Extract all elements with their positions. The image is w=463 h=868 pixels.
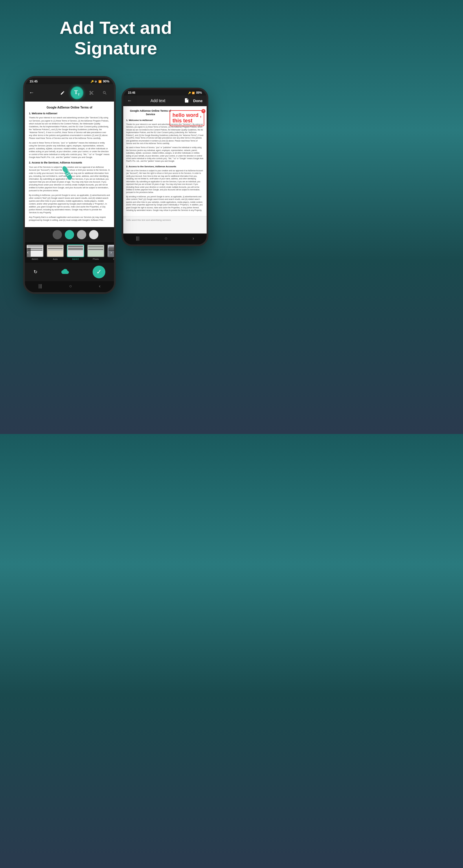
text-overlay-close[interactable]: ✕ <box>202 109 206 113</box>
search-tool-button[interactable] <box>99 88 110 98</box>
right-nav-home-icon[interactable]: ○ <box>165 236 167 241</box>
left-section1-title: 1. Welcome to AdSense! <box>29 112 110 116</box>
left-document: Google AdSense Online Terms of 1. Welcom… <box>25 101 114 227</box>
phone-left: 15:45 🔑 ⊘ 📶 90% ← TT <box>23 76 116 294</box>
filter-photo-thumb <box>87 245 104 257</box>
right-app-toolbar: ← Add text Done <box>123 95 207 106</box>
filter-prev-button[interactable]: ‹ <box>25 248 31 257</box>
right-section2-para2: By enrolling in AdSense, you permit Goog… <box>126 195 204 212</box>
right-toolbar-title: Add text <box>151 98 165 103</box>
left-time: 15:45 <box>30 80 38 83</box>
right-status-icons: 🔑 📶 89% <box>188 91 202 94</box>
left-doc-title: Google AdSense Online Terms of <box>29 105 110 110</box>
bottom-spacer <box>0 300 232 323</box>
left-back-button[interactable]: ← <box>29 90 34 96</box>
pen-tool-button[interactable] <box>57 88 68 98</box>
left-section2-para3: Any Property that is a software applicat… <box>29 216 110 222</box>
right-section2-title: 2. Access to the Services; AdSense Accou… <box>126 165 204 168</box>
left-section1-para2: As used in these Terms of Service, "you"… <box>29 142 110 159</box>
filter-auto[interactable]: Auto <box>45 243 65 261</box>
right-text-hint: hello word this test and advertising ser… <box>126 219 204 221</box>
filter-photo[interactable]: Photo <box>86 243 106 261</box>
left-status-icons: 🔑 ⊘ 📶 90% <box>91 80 110 83</box>
left-toolbar-center: TT <box>57 87 110 99</box>
right-add-button[interactable] <box>184 98 189 104</box>
filter-bw2-thumb <box>67 245 84 257</box>
right-nav-menu-icon[interactable]: ||| <box>136 236 139 241</box>
overlay-line1: hello word , <box>173 113 202 118</box>
left-bottom-bar: ↻ ✓ <box>25 263 114 281</box>
left-filter-row: B&W1 Auto <box>25 242 114 263</box>
filter-bw1-label: B&W1 <box>32 258 38 260</box>
right-done-button[interactable]: Done <box>193 99 203 103</box>
left-section2-para2: By enrolling in AdSense, you permit Goog… <box>29 194 110 214</box>
cloud-button[interactable] <box>61 268 69 275</box>
refresh-button[interactable]: ↻ <box>34 269 37 275</box>
page-wrapper: Add Text and Signature 15:45 🔑 ⊘ 📶 90% ← <box>0 0 232 434</box>
confirm-button[interactable]: ✓ <box>93 266 105 278</box>
filter-photo-label: Photo <box>93 258 99 260</box>
right-section1-para2: As used in these Terms of Service, "you"… <box>126 146 204 163</box>
text-tool-button[interactable]: TT <box>71 87 83 99</box>
right-nav-forward-icon[interactable]: › <box>192 236 194 241</box>
right-time: 15:46 <box>128 91 135 94</box>
filter-auto-label: Auto <box>53 258 58 260</box>
right-document: ✕ hello word , this test Google AdSense … <box>123 106 207 216</box>
color-swatch-teal[interactable] <box>65 230 74 239</box>
phone-right: 15:46 🔑 📶 89% ← Add text Done <box>122 88 208 246</box>
right-battery: 89% <box>196 91 202 94</box>
right-status-bar: 15:46 🔑 📶 89% <box>123 89 207 95</box>
color-swatch-lightgray[interactable] <box>77 230 86 239</box>
scissor-tool-button[interactable] <box>86 88 97 98</box>
nav-menu-icon[interactable]: ||| <box>38 283 42 289</box>
right-section1-para: Thanks for your interest in our search a… <box>126 123 204 145</box>
filter-next-button[interactable]: › <box>108 248 114 257</box>
right-back-button[interactable]: ← <box>127 98 132 103</box>
filter-color-label: Color <box>113 258 114 260</box>
phones-container: 15:45 🔑 ⊘ 📶 90% ← TT <box>0 70 232 300</box>
right-nav-bar: ||| ○ › <box>123 234 207 245</box>
color-swatch-white[interactable] <box>89 230 98 239</box>
left-section2-title: 2. Access to the Services; AdSense Accou… <box>29 161 110 165</box>
left-section2-para1: Your use of the Services is subject to y… <box>29 166 110 192</box>
left-nav-bar: ||| ○ ‹ <box>25 281 114 292</box>
color-swatch-black[interactable] <box>40 230 50 239</box>
right-text-entry-area: hello word this test and advertising ser… <box>123 216 207 234</box>
nav-back-icon[interactable]: ‹ <box>99 283 100 289</box>
left-status-bar: 15:45 🔑 ⊘ 📶 90% <box>25 78 114 84</box>
left-toolbar-left: ← <box>29 90 34 96</box>
left-filter-wrapper: ‹ B&W1 <box>25 242 114 263</box>
left-app-toolbar: ← TT <box>25 84 114 101</box>
right-doc-title: Google AdSense Online Terms of Service <box>126 109 175 116</box>
filter-bw2-label: B&W2 <box>72 258 79 260</box>
text-overlay-box[interactable]: ✕ hello word , this test <box>169 110 204 126</box>
right-section2-para1: Your use of the Services is subject to y… <box>126 169 204 194</box>
filter-auto-thumb <box>47 245 64 257</box>
page-title: Add Text and Signature <box>11 18 220 59</box>
filter-bw2[interactable]: B&W2 <box>65 243 86 261</box>
header-section: Add Text and Signature <box>0 0 232 70</box>
color-swatch-gray[interactable] <box>53 230 62 239</box>
overlay-line2: this test <box>173 118 202 124</box>
nav-home-icon[interactable]: ○ <box>69 283 72 289</box>
left-section1-para1: Thanks for your interest in our search a… <box>29 116 110 140</box>
left-battery: 90% <box>103 80 110 83</box>
left-color-row <box>25 227 114 242</box>
